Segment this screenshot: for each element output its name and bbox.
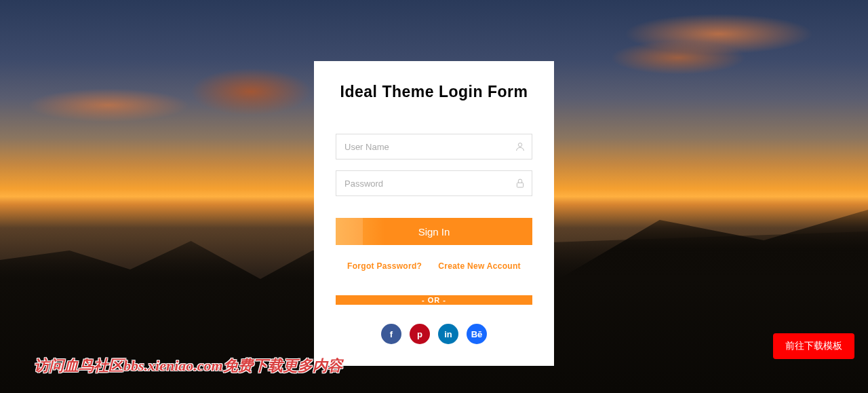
or-divider: - OR -: [336, 295, 532, 305]
create-account-link[interactable]: Create New Account: [438, 261, 521, 271]
svg-rect-1: [517, 183, 523, 187]
signin-button[interactable]: Sign In: [336, 218, 532, 245]
lock-icon: [515, 178, 526, 189]
download-template-button[interactable]: 前往下载模板: [773, 333, 854, 359]
social-buttons-row: f p in Bē: [381, 324, 487, 344]
behance-button[interactable]: Bē: [467, 324, 487, 344]
facebook-icon: f: [390, 329, 393, 339]
linkedin-icon: in: [444, 329, 452, 339]
login-form-card: Ideal Theme Login Form Sign In Forgot Pa…: [314, 61, 554, 366]
watermark-text: 访问血鸟社区bbs.xieniao.com免费下载更多内容: [34, 356, 342, 376]
svg-point-0: [518, 143, 521, 147]
behance-icon: Bē: [471, 329, 483, 339]
forgot-password-link[interactable]: Forgot Password?: [347, 261, 422, 271]
pinterest-icon: p: [417, 329, 422, 339]
pinterest-button[interactable]: p: [410, 324, 430, 344]
password-input[interactable]: [336, 170, 532, 196]
username-input[interactable]: [336, 134, 532, 160]
secondary-links: Forgot Password? Create New Account: [336, 261, 532, 271]
password-field-wrap: [336, 170, 532, 196]
username-field-wrap: [336, 134, 532, 160]
linkedin-button[interactable]: in: [438, 324, 458, 344]
facebook-button[interactable]: f: [381, 324, 401, 344]
user-icon: [515, 141, 526, 152]
form-title: Ideal Theme Login Form: [340, 83, 528, 101]
